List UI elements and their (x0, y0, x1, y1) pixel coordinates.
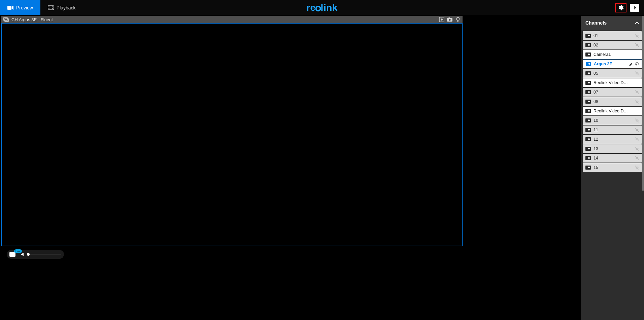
brand-logo: relink (306, 2, 338, 13)
edit-icon[interactable] (629, 62, 633, 66)
channel-item[interactable]: 10 (583, 116, 642, 125)
video-viewport[interactable] (1, 23, 463, 246)
unlink-icon (635, 90, 639, 95)
channels-header[interactable]: Channels (581, 16, 644, 30)
channel-item[interactable]: Camera1 (583, 50, 642, 59)
camera-icon (585, 147, 591, 151)
camera-icon (585, 71, 591, 75)
unlink-icon (635, 128, 639, 132)
svg-point-14 (636, 63, 637, 64)
stream-quality-button[interactable]: Low (9, 252, 15, 257)
channel-item[interactable]: Argus 3E (583, 60, 642, 68)
channel-label: 11 (594, 128, 632, 132)
channel-label: 01 (594, 33, 632, 38)
svg-marker-1 (12, 6, 13, 10)
channel-item[interactable]: 13 (583, 144, 642, 153)
channel-scrollbar[interactable] (642, 16, 644, 191)
unlink-icon (635, 156, 639, 161)
camera-icon (586, 62, 591, 66)
svg-rect-4 (48, 8, 49, 9)
screen-icon (9, 252, 15, 257)
arrow-right-icon (632, 5, 637, 10)
tab-playback[interactable]: Playback (40, 0, 83, 15)
channel-label: Reolink Video D… (594, 80, 639, 85)
chevron-up-icon (635, 21, 639, 25)
svg-point-13 (456, 17, 460, 21)
channel-item[interactable]: 08 (583, 97, 642, 106)
channel-item[interactable]: 01 (583, 31, 642, 40)
camera-icon (585, 100, 591, 104)
channel-item[interactable]: 05 (583, 69, 642, 78)
monitor-icon (3, 17, 9, 22)
unlink-icon (635, 137, 639, 142)
unlink-icon (635, 165, 639, 170)
channel-title: CH Argus 3E - Fluent (11, 17, 53, 22)
topbar-right (615, 0, 644, 15)
channel-label: 14 (594, 156, 632, 161)
channel-label: 15 (594, 165, 632, 170)
unlink-icon (635, 99, 639, 104)
volume-slider[interactable] (27, 254, 61, 255)
channels-header-label: Channels (585, 20, 607, 26)
channel-label: Argus 3E (594, 62, 626, 66)
unlink-icon (635, 43, 639, 47)
exit-button[interactable] (630, 4, 639, 12)
channel-label: 13 (594, 146, 632, 151)
top-bar: Preview Playback relink (0, 0, 644, 15)
settings-button[interactable] (615, 3, 626, 12)
svg-rect-6 (52, 8, 53, 9)
gear-icon (618, 5, 624, 11)
channel-item[interactable]: 12 (583, 135, 642, 144)
unlink-icon (635, 118, 639, 123)
camera-icon (585, 52, 591, 57)
quality-badge: Low (14, 249, 22, 253)
unlink-icon (635, 71, 639, 76)
channel-item[interactable]: Reolink Video D… (583, 78, 642, 87)
channel-item[interactable]: 07 (583, 88, 642, 97)
channel-item[interactable]: 15 (583, 163, 642, 172)
channel-title-bar: CH Argus 3E - Fluent (1, 16, 463, 23)
channel-item[interactable]: 11 (583, 126, 642, 134)
camera-icon (585, 34, 591, 38)
svg-rect-12 (448, 17, 450, 19)
svg-rect-8 (5, 19, 8, 22)
svg-rect-0 (7, 6, 11, 10)
playback-controls: Low (7, 250, 64, 259)
camera-icon (585, 81, 591, 85)
channels-panel: Channels 0102Camera1Argus 3E05Reolink Vi… (581, 16, 644, 320)
camera-icon (585, 137, 591, 141)
film-icon (48, 5, 54, 10)
speaker-icon[interactable] (21, 253, 24, 256)
channel-gear-icon[interactable] (635, 62, 639, 66)
unlink-icon (635, 146, 639, 151)
svg-rect-3 (48, 6, 49, 7)
channel-label: Camera1 (594, 52, 639, 57)
channel-item[interactable]: Reolink Video D… (583, 107, 642, 115)
tab-preview[interactable]: Preview (0, 0, 40, 15)
camera-icon (7, 5, 13, 10)
channel-label: Reolink Video D… (594, 109, 639, 113)
svg-rect-2 (48, 6, 54, 10)
snapshot-icon[interactable] (447, 17, 452, 22)
channel-label: 02 (594, 43, 632, 47)
camera-icon (585, 90, 591, 94)
camera-icon (585, 109, 591, 113)
camera-icon (585, 118, 591, 122)
camera-icon (585, 166, 591, 170)
channel-label: 12 (594, 137, 632, 142)
camera-icon (585, 43, 591, 47)
channel-item[interactable]: 02 (583, 41, 642, 49)
svg-rect-7 (4, 17, 7, 20)
unlink-icon (635, 33, 639, 38)
channel-label: 10 (594, 118, 632, 123)
channel-list: 0102Camera1Argus 3E05Reolink Video D…070… (581, 30, 644, 172)
channel-item[interactable]: 14 (583, 154, 642, 163)
expand-icon[interactable] (439, 17, 444, 22)
camera-icon (585, 128, 591, 132)
channel-label: 08 (594, 99, 632, 104)
channel-label: 07 (594, 90, 632, 95)
bulb-icon[interactable] (455, 17, 461, 22)
camera-icon (585, 156, 591, 160)
tab-playback-label: Playback (57, 5, 76, 10)
channel-label: 05 (594, 71, 632, 76)
